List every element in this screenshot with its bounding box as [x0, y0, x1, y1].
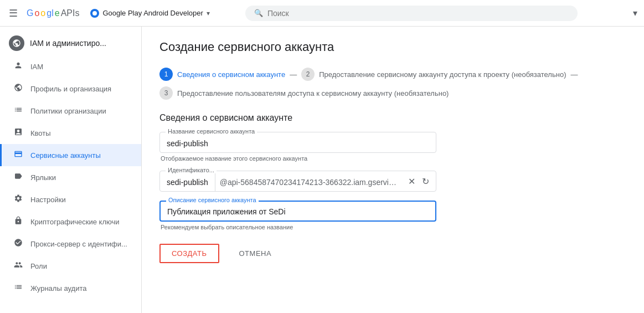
step3-circle: 3	[159, 86, 173, 100]
sidebar-item-label: Политики организации	[30, 107, 106, 115]
sidebar-item-settings[interactable]: Настройки	[0, 188, 141, 211]
name-hint: Отображаемое название этого сервисного а…	[159, 155, 626, 162]
audit-icon	[13, 283, 24, 294]
sidebar-item-label: Квоты	[30, 129, 51, 137]
sidebar-item-label: Прокси-сервер с идентифи...	[30, 240, 127, 248]
logo-o2: o	[40, 8, 45, 18]
sidebar-item-roles[interactable]: Роли	[0, 255, 141, 277]
sidebar-item-quotas[interactable]: Квоты	[0, 122, 141, 144]
settings-icon	[13, 194, 24, 205]
name-field-group: Название сервисного аккаунта Отображаемо…	[159, 132, 626, 162]
sidebar-item-label: Профиль и организация	[30, 85, 111, 93]
topbar-dropdown-arrow[interactable]: ▾	[633, 8, 637, 18]
page-title: Создание сервисного аккаунта	[159, 40, 626, 54]
desc-field-group: Описание сервисного аккаунта Рекомендуем…	[159, 201, 626, 230]
step-separator-1: —	[287, 70, 299, 79]
id-clear-button[interactable]: ✕	[406, 174, 418, 189]
step-1: 1 Сведения о сервисном аккаунте	[159, 68, 285, 81]
sidebar-item-label: Ярлыки	[30, 173, 56, 182]
crypto-icon	[13, 216, 24, 227]
sidebar-header-icon	[9, 35, 24, 51]
id-prefix: sedi-publish	[160, 171, 215, 191]
name-field[interactable]: Название сервисного аккаунта	[159, 132, 436, 153]
step1-label: Сведения о сервисном аккаунте	[177, 70, 285, 79]
desc-input[interactable]	[167, 207, 429, 216]
search-icon: 🔍	[254, 9, 263, 17]
id-suffix: @api-568458747023417421З-366322.iam.gser…	[215, 171, 401, 191]
sidebar-item-labels[interactable]: Ярлыки	[0, 166, 141, 188]
menu-icon[interactable]: ☰	[7, 5, 20, 22]
step1-circle: 1	[159, 68, 173, 81]
logo-e: e	[55, 8, 60, 18]
policies-icon	[13, 105, 24, 116]
stepper: 1 Сведения о сервисном аккаунте — 2 Пред…	[159, 68, 626, 100]
id-actions: ✕ ↻	[401, 174, 436, 189]
sidebar-item-proxy[interactable]: Прокси-сервер с идентифи...	[0, 233, 141, 255]
project-name: Google Play Android Developer	[102, 9, 203, 17]
quotas-icon	[13, 127, 24, 138]
desc-field[interactable]: Описание сервисного аккаунта	[159, 201, 436, 222]
sidebar-item-label: Сервисные аккаунты	[30, 151, 101, 160]
id-refresh-button[interactable]: ↻	[420, 174, 431, 189]
sidebar-item-service-accounts[interactable]: Сервисные аккаунты	[0, 144, 141, 166]
search-input[interactable]	[267, 9, 569, 18]
step2-optional: (необязательно)	[512, 70, 566, 79]
step2-label: Предоставление сервисному аккаунту досту…	[319, 70, 566, 79]
search-bar[interactable]: 🔍	[245, 6, 578, 21]
sidebar-item-audit[interactable]: Журналы аудита	[0, 277, 141, 299]
logo-g: G	[27, 8, 33, 18]
cancel-button[interactable]: ОТМЕНА	[228, 245, 283, 262]
sidebar-item-profile[interactable]: Профиль и организация	[0, 78, 141, 100]
sidebar-item-policies[interactable]: Политики организации	[0, 100, 141, 122]
sidebar-item-label: Настройки	[30, 196, 66, 204]
sidebar-item-label: IAM	[30, 63, 43, 71]
sidebar: IAM и администиро... IAM Профиль и орган…	[0, 27, 142, 313]
name-input[interactable]	[167, 139, 429, 148]
step-2: 2 Предоставление сервисному аккаунту дос…	[301, 68, 566, 81]
project-dot-inner	[92, 11, 97, 16]
project-selector[interactable]: Google Play Android Developer ▾	[86, 7, 214, 20]
topbar-left: ☰ Google APIs Google Play Android Develo…	[7, 5, 214, 22]
layout: IAM и администиро... IAM Профиль и орган…	[0, 27, 644, 313]
sidebar-item-crypto[interactable]: Криптографические ключи	[0, 211, 141, 233]
name-field-label: Название сервисного аккаунта	[166, 128, 257, 135]
sidebar-item-iam[interactable]: IAM	[0, 55, 141, 78]
main-content: Создание сервисного аккаунта 1 Сведения …	[142, 27, 644, 313]
logo-gl: gl	[47, 8, 53, 18]
service-accounts-icon	[13, 150, 24, 161]
button-row: СОЗДАТЬ ОТМЕНА	[159, 244, 626, 263]
roles-icon	[13, 260, 24, 271]
step2-circle: 2	[301, 68, 315, 81]
sidebar-header-label: IAM и администиро...	[30, 39, 106, 48]
project-dot-icon	[90, 9, 99, 18]
logo-apis: APIs	[61, 8, 80, 18]
sidebar-item-label: Роли	[30, 262, 47, 270]
step3-optional: (необязательно)	[394, 89, 449, 98]
topbar: ☰ Google APIs Google Play Android Develo…	[0, 0, 644, 27]
profile-icon	[13, 83, 24, 94]
sidebar-item-label: Криптографические ключи	[30, 218, 120, 226]
sidebar-item-label: Журналы аудита	[30, 284, 86, 293]
google-apis-logo: Google APIs	[27, 8, 79, 18]
step-3-row: 3 Предоставление пользователям доступа к…	[159, 86, 626, 100]
proxy-icon	[13, 238, 24, 249]
project-dropdown-arrow[interactable]: ▾	[207, 9, 210, 17]
sidebar-header: IAM и администиро...	[0, 27, 141, 55]
topbar-right: ▾	[633, 8, 637, 18]
id-field-group: Идентификато... sedi-publish @api-568458…	[159, 171, 626, 192]
logo-o1: o	[34, 8, 39, 18]
desc-field-label: Описание сервисного аккаунта	[166, 197, 259, 203]
desc-hint: Рекомендуем выбрать описательное названи…	[159, 224, 626, 230]
iam-icon	[13, 61, 24, 72]
create-button[interactable]: СОЗДАТЬ	[159, 244, 219, 263]
step-separator-2: —	[568, 70, 580, 79]
step3-label: Предоставление пользователям доступа к с…	[177, 89, 449, 98]
id-field[interactable]: Идентификато... sedi-publish @api-568458…	[159, 171, 436, 192]
section-title: Сведения о сервисном аккаунте	[159, 113, 626, 123]
id-field-label: Идентификато...	[166, 167, 217, 173]
labels-icon	[13, 172, 24, 183]
